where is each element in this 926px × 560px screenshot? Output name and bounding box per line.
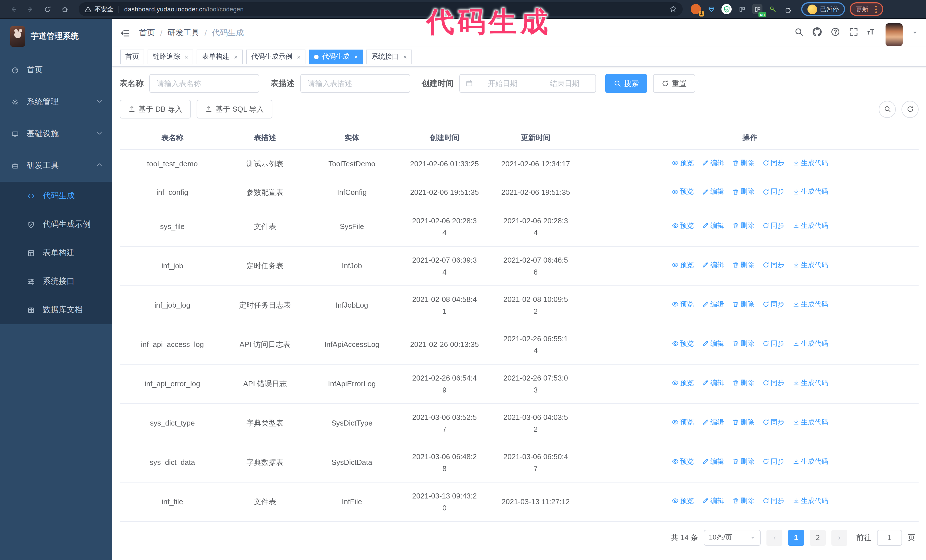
browser-update-button[interactable]: 更新	[850, 2, 883, 16]
edit-link[interactable]: 编辑	[702, 495, 724, 507]
table-name-input[interactable]	[149, 74, 259, 93]
edit-link[interactable]: 编辑	[702, 377, 724, 389]
breadcrumb-home[interactable]: 首页	[139, 28, 155, 38]
sync-link[interactable]: 同步	[762, 377, 784, 389]
sync-link[interactable]: 同步	[762, 186, 784, 198]
browser-home-button[interactable]	[57, 2, 72, 17]
sync-link[interactable]: 同步	[762, 220, 784, 232]
generate-code-link[interactable]: 生成代码	[792, 299, 828, 311]
tab-close-icon[interactable]: ×	[354, 53, 358, 60]
sidebar-item-system-api[interactable]: 系统接口	[0, 267, 112, 296]
preview-link[interactable]: 预览	[672, 220, 694, 232]
delete-link[interactable]: 删除	[732, 338, 754, 350]
sync-link[interactable]: 同步	[762, 157, 784, 169]
sidebar-item-form-builder[interactable]: 表单构建	[0, 239, 112, 267]
date-range-picker[interactable]: 开始日期 - 结束日期	[459, 74, 596, 93]
table-desc-input[interactable]	[300, 74, 410, 93]
generate-code-link[interactable]: 生成代码	[792, 377, 828, 389]
generate-code-link[interactable]: 生成代码	[792, 220, 828, 232]
edit-link[interactable]: 编辑	[702, 338, 724, 350]
sidebar-item-home[interactable]: 首页	[0, 54, 112, 86]
delete-link[interactable]: 删除	[732, 495, 754, 507]
sync-link[interactable]: 同步	[762, 417, 784, 429]
preview-link[interactable]: 预览	[672, 299, 694, 311]
sidebar-item-db-doc[interactable]: 数据库文档	[0, 296, 112, 324]
help-icon[interactable]	[831, 27, 840, 39]
extension-icon-shield[interactable]	[722, 4, 732, 14]
tab-0[interactable]: 首页	[120, 49, 144, 64]
extensions-puzzle-icon[interactable]	[783, 4, 793, 14]
page-button-1[interactable]: 1	[788, 530, 804, 545]
delete-link[interactable]: 删除	[732, 417, 754, 429]
preview-link[interactable]: 预览	[672, 157, 694, 169]
search-button[interactable]: 搜索	[605, 74, 648, 93]
tab-close-icon[interactable]: ×	[404, 53, 407, 60]
preview-link[interactable]: 预览	[672, 259, 694, 271]
edit-link[interactable]: 编辑	[702, 259, 724, 271]
preview-link[interactable]: 预览	[672, 377, 694, 389]
page-size-select[interactable]: 10条/页	[704, 530, 761, 545]
extension-icon-on[interactable]: on	[752, 4, 763, 14]
sidebar-item-devtools[interactable]: 研发工具	[0, 150, 112, 182]
import-sql-button[interactable]: 基于 SQL 导入	[197, 100, 273, 118]
toggle-search-button[interactable]	[879, 101, 896, 118]
preview-link[interactable]: 预览	[672, 338, 694, 350]
breadcrumb-devtools[interactable]: 研发工具	[168, 28, 200, 38]
user-avatar[interactable]	[885, 23, 903, 46]
extension-icon-key[interactable]	[767, 4, 778, 14]
url-bar[interactable]: 不安全 dashboard.yudao.iocoder.cn/tool/code…	[79, 2, 683, 16]
browser-back-button[interactable]	[6, 2, 21, 17]
tab-5[interactable]: 系统接口×	[366, 49, 412, 64]
extension-icon-gem[interactable]	[706, 4, 716, 14]
browser-forward-button[interactable]	[23, 2, 38, 17]
tab-1[interactable]: 链路追踪×	[148, 49, 194, 64]
sync-link[interactable]: 同步	[762, 456, 784, 468]
hamburger-icon[interactable]	[120, 28, 130, 38]
delete-link[interactable]: 删除	[732, 157, 754, 169]
edit-link[interactable]: 编辑	[702, 456, 724, 468]
extension-icon-columns[interactable]	[737, 4, 747, 14]
tab-close-icon[interactable]: ×	[297, 53, 301, 60]
preview-link[interactable]: 预览	[672, 417, 694, 429]
sidebar-logo-row[interactable]: 芋道管理系统	[0, 19, 112, 54]
next-page-button[interactable]: ›	[831, 530, 847, 545]
edit-link[interactable]: 编辑	[702, 299, 724, 311]
generate-code-link[interactable]: 生成代码	[792, 417, 828, 429]
delete-link[interactable]: 删除	[732, 299, 754, 311]
sidebar-item-infra[interactable]: 基础设施	[0, 118, 112, 150]
font-size-icon[interactable]	[867, 27, 876, 39]
browser-menu-kebab-icon[interactable]	[875, 5, 877, 13]
import-db-button[interactable]: 基于 DB 导入	[120, 100, 191, 118]
sidebar-item-system[interactable]: 系统管理	[0, 86, 112, 118]
edit-link[interactable]: 编辑	[702, 186, 724, 198]
avatar-caret-down-icon[interactable]	[912, 28, 918, 38]
profile-paused-badge[interactable]: 已暂停	[801, 2, 845, 16]
extension-icon-orange[interactable]: 1	[691, 4, 701, 14]
delete-link[interactable]: 删除	[732, 456, 754, 468]
prev-page-button[interactable]: ‹	[766, 530, 782, 545]
edit-link[interactable]: 编辑	[702, 157, 724, 169]
delete-link[interactable]: 删除	[732, 377, 754, 389]
preview-link[interactable]: 预览	[672, 186, 694, 198]
sidebar-item-codegen-example[interactable]: 代码生成示例	[0, 210, 112, 239]
tab-2[interactable]: 表单构建×	[197, 49, 243, 64]
generate-code-link[interactable]: 生成代码	[792, 338, 828, 350]
sync-link[interactable]: 同步	[762, 338, 784, 350]
reset-button[interactable]: 重置	[653, 74, 695, 93]
github-icon[interactable]	[813, 27, 822, 39]
sidebar-item-codegen[interactable]: 代码生成	[0, 182, 112, 210]
generate-code-link[interactable]: 生成代码	[792, 186, 828, 198]
tab-close-icon[interactable]: ×	[234, 53, 238, 60]
delete-link[interactable]: 删除	[732, 259, 754, 271]
header-search-icon[interactable]	[794, 27, 803, 39]
preview-link[interactable]: 预览	[672, 495, 694, 507]
refresh-table-button[interactable]	[902, 101, 918, 118]
goto-page-input[interactable]	[877, 530, 902, 545]
sync-link[interactable]: 同步	[762, 259, 784, 271]
delete-link[interactable]: 删除	[732, 220, 754, 232]
generate-code-link[interactable]: 生成代码	[792, 495, 828, 507]
tab-close-icon[interactable]: ×	[185, 53, 188, 60]
generate-code-link[interactable]: 生成代码	[792, 456, 828, 468]
edit-link[interactable]: 编辑	[702, 220, 724, 232]
preview-link[interactable]: 预览	[672, 456, 694, 468]
